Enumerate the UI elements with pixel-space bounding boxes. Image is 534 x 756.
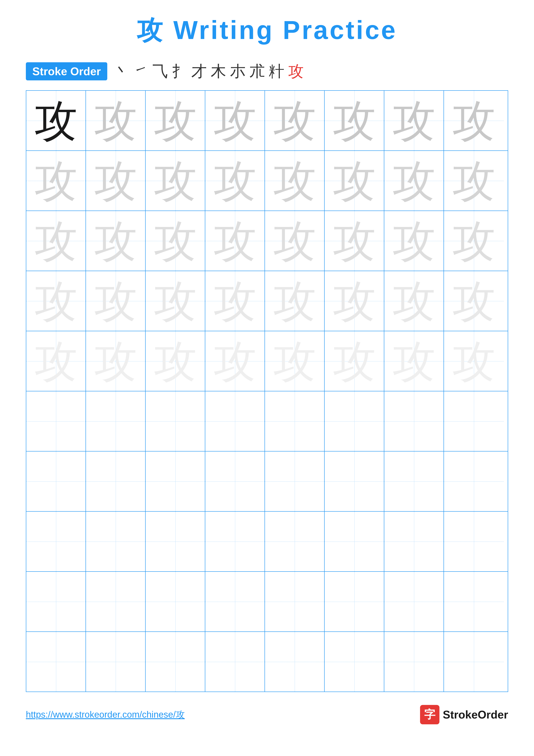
grid-cell[interactable]: 攻 bbox=[384, 211, 444, 271]
grid-cell[interactable]: 攻 bbox=[265, 91, 325, 150]
practice-grid: 攻 攻 攻 攻 攻 攻 攻 攻 攻 攻 攻 bbox=[26, 90, 508, 692]
grid-cell[interactable]: 攻 bbox=[26, 211, 86, 271]
grid-cell[interactable] bbox=[26, 512, 86, 571]
grid-cell[interactable]: 攻 bbox=[325, 91, 384, 150]
grid-row-empty bbox=[26, 572, 508, 632]
grid-cell[interactable] bbox=[205, 512, 265, 571]
grid-cell[interactable] bbox=[205, 392, 265, 451]
grid-cell[interactable]: 攻 bbox=[146, 331, 205, 391]
grid-cell[interactable] bbox=[325, 572, 384, 632]
grid-cell[interactable] bbox=[205, 451, 265, 511]
grid-cell[interactable] bbox=[205, 572, 265, 632]
grid-row: 攻 攻 攻 攻 攻 攻 攻 攻 bbox=[26, 91, 508, 151]
grid-row: 攻 攻 攻 攻 攻 攻 攻 攻 bbox=[26, 271, 508, 331]
grid-cell[interactable] bbox=[384, 392, 444, 451]
grid-row-empty bbox=[26, 512, 508, 572]
grid-cell[interactable]: 攻 bbox=[384, 151, 444, 210]
grid-cell[interactable] bbox=[146, 632, 205, 691]
grid-cell[interactable]: 攻 bbox=[26, 151, 86, 210]
grid-cell[interactable]: 攻 bbox=[384, 271, 444, 331]
grid-cell[interactable]: 攻 bbox=[265, 211, 325, 271]
grid-cell[interactable]: 攻 bbox=[205, 271, 265, 331]
grid-cell[interactable]: 攻 bbox=[86, 91, 146, 150]
grid-cell[interactable] bbox=[205, 632, 265, 691]
grid-cell[interactable]: 攻 bbox=[265, 271, 325, 331]
grid-cell[interactable] bbox=[26, 392, 86, 451]
footer-logo-text: StrokeOrder bbox=[443, 708, 508, 721]
grid-cell[interactable]: 攻 bbox=[26, 331, 86, 391]
grid-cell[interactable]: 攻 bbox=[146, 271, 205, 331]
grid-cell[interactable] bbox=[325, 512, 384, 571]
grid-cell[interactable]: 攻 bbox=[325, 151, 384, 210]
grid-cell[interactable]: 攻 bbox=[384, 91, 444, 150]
grid-cell[interactable]: 攻 bbox=[325, 331, 384, 391]
grid-cell[interactable] bbox=[26, 451, 86, 511]
grid-cell[interactable]: 攻 bbox=[205, 331, 265, 391]
grid-cell[interactable] bbox=[384, 632, 444, 691]
grid-cell[interactable] bbox=[146, 512, 205, 571]
grid-cell[interactable]: 攻 bbox=[86, 151, 146, 210]
grid-cell[interactable] bbox=[146, 392, 205, 451]
grid-cell[interactable] bbox=[384, 451, 444, 511]
grid-cell[interactable] bbox=[444, 632, 504, 691]
grid-cell[interactable]: 攻 bbox=[86, 331, 146, 391]
grid-cell[interactable] bbox=[265, 392, 325, 451]
grid-cell[interactable]: 攻 bbox=[146, 151, 205, 210]
grid-cell[interactable] bbox=[325, 632, 384, 691]
page-title: 攻 Writing Practice bbox=[137, 13, 397, 48]
grid-cell[interactable]: 攻 bbox=[384, 331, 444, 391]
footer-logo-icon: 字 bbox=[420, 705, 440, 724]
grid-cell[interactable]: 攻 bbox=[444, 211, 504, 271]
stroke-order-row: Stroke Order 丶 ㇀ ⺄ 扌 才 木 朩 朮 籵 攻 bbox=[26, 61, 508, 82]
grid-cell[interactable] bbox=[325, 392, 384, 451]
grid-cell[interactable] bbox=[265, 632, 325, 691]
grid-cell[interactable] bbox=[26, 572, 86, 632]
grid-cell[interactable]: 攻 bbox=[26, 271, 86, 331]
grid-cell[interactable] bbox=[86, 632, 146, 691]
grid-cell[interactable] bbox=[265, 512, 325, 571]
grid-row: 攻 攻 攻 攻 攻 攻 攻 攻 bbox=[26, 211, 508, 271]
grid-cell[interactable]: 攻 bbox=[325, 211, 384, 271]
grid-cell[interactable] bbox=[384, 512, 444, 571]
grid-cell[interactable]: 攻 bbox=[205, 151, 265, 210]
grid-cell[interactable]: 攻 bbox=[205, 91, 265, 150]
grid-cell[interactable] bbox=[86, 512, 146, 571]
grid-cell[interactable] bbox=[265, 572, 325, 632]
grid-cell[interactable]: 攻 bbox=[265, 331, 325, 391]
grid-row: 攻 攻 攻 攻 攻 攻 攻 攻 bbox=[26, 151, 508, 211]
grid-cell[interactable] bbox=[86, 451, 146, 511]
grid-cell[interactable] bbox=[86, 392, 146, 451]
grid-cell[interactable]: 攻 bbox=[86, 211, 146, 271]
footer-url[interactable]: https://www.strokeorder.com/chinese/攻 bbox=[26, 709, 185, 721]
grid-cell[interactable] bbox=[444, 572, 504, 632]
grid-cell[interactable] bbox=[384, 572, 444, 632]
grid-cell[interactable]: 攻 bbox=[444, 271, 504, 331]
grid-cell[interactable] bbox=[265, 451, 325, 511]
grid-cell[interactable] bbox=[26, 632, 86, 691]
grid-cell[interactable]: 攻 bbox=[325, 271, 384, 331]
stroke-order-chars: 丶 ㇀ ⺄ 扌 才 木 朩 朮 籵 攻 bbox=[114, 61, 304, 82]
grid-cell[interactable] bbox=[444, 512, 504, 571]
grid-cell[interactable]: 攻 bbox=[86, 271, 146, 331]
footer: https://www.strokeorder.com/chinese/攻 字 … bbox=[26, 705, 508, 724]
grid-cell[interactable] bbox=[444, 451, 504, 511]
grid-row-empty bbox=[26, 451, 508, 512]
grid-cell[interactable]: 攻 bbox=[444, 331, 504, 391]
grid-cell[interactable]: 攻 bbox=[146, 91, 205, 150]
grid-cell[interactable]: 攻 bbox=[26, 91, 86, 150]
grid-row-empty bbox=[26, 392, 508, 451]
stroke-order-badge: Stroke Order bbox=[26, 62, 107, 80]
grid-cell[interactable]: 攻 bbox=[444, 151, 504, 210]
grid-cell[interactable] bbox=[146, 572, 205, 632]
grid-cell[interactable]: 攻 bbox=[146, 211, 205, 271]
grid-row-empty bbox=[26, 632, 508, 691]
grid-cell[interactable] bbox=[444, 392, 504, 451]
grid-cell[interactable]: 攻 bbox=[205, 211, 265, 271]
footer-logo: 字 StrokeOrder bbox=[420, 705, 508, 724]
grid-cell[interactable] bbox=[86, 572, 146, 632]
grid-cell[interactable]: 攻 bbox=[444, 91, 504, 150]
grid-cell[interactable] bbox=[146, 451, 205, 511]
grid-cell[interactable] bbox=[325, 451, 384, 511]
grid-cell[interactable]: 攻 bbox=[265, 151, 325, 210]
grid-row: 攻 攻 攻 攻 攻 攻 攻 攻 bbox=[26, 331, 508, 392]
